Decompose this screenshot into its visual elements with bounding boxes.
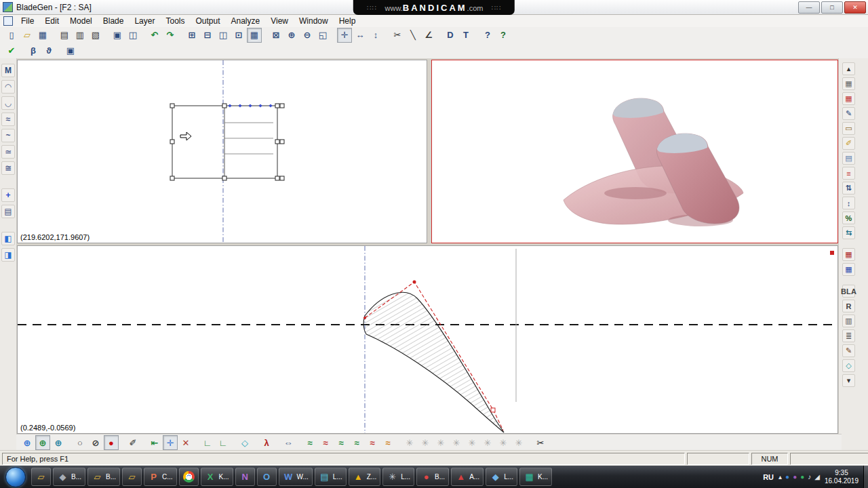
circle-view-icon[interactable]: ○ (73, 435, 87, 450)
clock[interactable]: 9:35 16.04.2019 (825, 469, 859, 485)
menu-item[interactable]: Model (64, 15, 98, 27)
accept-icon[interactable]: ✔ (4, 43, 19, 58)
camber-curve-icon[interactable]: ◡ (1, 96, 15, 110)
menu-item[interactable]: Blade (98, 15, 130, 27)
z-updown-icon[interactable]: ⇅ (842, 182, 855, 195)
curve-edit-icon[interactable]: ≈ (334, 435, 349, 450)
tangent-right-icon[interactable]: ∟ (216, 435, 231, 450)
edit-points-icon[interactable]: ✕ (178, 435, 193, 450)
curve-edit-icon[interactable]: ≈ (302, 435, 317, 450)
model-tree-icon[interactable]: M (1, 64, 15, 77)
edit-pencil-icon[interactable]: ✎ (842, 107, 855, 120)
report-grid-icon[interactable]: ▥ (842, 314, 855, 327)
curve-edit-icon[interactable]: ≈ (380, 435, 395, 450)
layer-list-icon[interactable]: ▤ (1, 205, 15, 218)
taskbar-excel[interactable]: X K... (201, 468, 233, 486)
cut-section-icon[interactable]: ✂ (390, 28, 405, 43)
disabled-tool-icon[interactable]: ✳ (480, 435, 495, 450)
calculator-red-icon[interactable]: ▦ (842, 248, 855, 261)
blade-label-icon[interactable]: BLA (842, 285, 855, 298)
pen-icon[interactable]: ✎ (842, 344, 855, 357)
taskbar-editor[interactable]: ▤ L... (315, 468, 347, 486)
minimize-button[interactable]: — (798, 1, 820, 14)
show-desktop-button[interactable] (863, 466, 868, 488)
kite-icon[interactable]: ◇ (237, 435, 252, 450)
start-button[interactable] (5, 467, 26, 487)
curve-edit-icon[interactable]: ≈ (349, 435, 364, 450)
cut-profile-icon[interactable]: ✂ (533, 435, 548, 450)
orbit-view-teal-icon[interactable]: ⊕ (51, 435, 66, 450)
taskbar-aimp[interactable]: ▲ Z... (349, 468, 380, 486)
menu-item[interactable]: File (16, 15, 39, 27)
curve-edit-icon[interactable]: ≈ (365, 435, 380, 450)
split-quad-icon[interactable]: ⊞ (184, 28, 199, 43)
palette-icon[interactable]: ▦ (842, 92, 855, 105)
split-horizontal-icon[interactable]: ⊟ (200, 28, 215, 43)
tray-up-arrow-icon[interactable]: ▴ (778, 473, 782, 481)
maximize-button[interactable]: □ (821, 1, 843, 14)
zoom-in-icon[interactable]: ⊕ (284, 28, 299, 43)
taskbar-bladegen[interactable]: ◆ L... (486, 468, 517, 486)
blade-3d-view-pane[interactable] (431, 60, 838, 243)
zoom-window-icon[interactable]: ◱ (315, 28, 330, 43)
angle-curve-icon[interactable]: ~ (1, 129, 15, 142)
line-tool-icon[interactable]: ╲ (406, 28, 420, 43)
copy-icon[interactable]: ▣ (110, 28, 125, 43)
tangent-left-icon[interactable]: ∟ (200, 435, 215, 450)
help-select-icon[interactable]: ? (480, 28, 495, 43)
taskbar-word[interactable]: W W... (279, 468, 313, 486)
tray-app-purple-icon[interactable]: ● (793, 473, 797, 481)
taskbar-misc[interactable]: ▦ K... (519, 468, 552, 486)
theta-definition-icon[interactable]: ϑ (41, 43, 56, 58)
taskbar-bandicam[interactable]: ● B... (416, 468, 449, 486)
text-output-icon[interactable]: T (458, 28, 473, 43)
orbit-view-green-icon[interactable]: ⊕ (35, 435, 50, 450)
tray-app-blue-icon[interactable]: ● (785, 473, 789, 481)
data-output-icon[interactable]: D (443, 28, 458, 43)
jump-start-icon[interactable]: ⇤ (147, 435, 162, 450)
print-icon[interactable]: ▤ (57, 28, 72, 43)
curve-edit-icon[interactable]: ≈ (318, 435, 333, 450)
swap-icon[interactable]: ⇆ (842, 226, 855, 239)
blade-profile-pane[interactable]: (0.2489,-0.0569) (17, 245, 838, 434)
diamond-icon[interactable]: ◇ (842, 359, 855, 372)
add-layer-icon[interactable]: + (1, 188, 15, 202)
mesh-icon[interactable]: ▤ (842, 152, 855, 165)
angle-tool-icon[interactable]: ∠ (421, 28, 436, 43)
orbit-view-icon[interactable]: ⊕ (20, 435, 35, 450)
page-setup-icon[interactable]: ▧ (88, 28, 103, 43)
beta-definition-icon[interactable]: β (26, 43, 41, 58)
disabled-tool-icon[interactable]: ✳ (402, 435, 417, 450)
z-range-icon[interactable]: ↕ (842, 197, 855, 209)
menu-item[interactable]: Output (190, 15, 225, 27)
taskbar-chrome[interactable]: ● (179, 468, 199, 486)
scroll-down-icon[interactable]: ▾ (842, 374, 855, 387)
wave-curve-icon[interactable]: ≅ (1, 161, 15, 175)
disabled-tool-icon[interactable]: ✳ (433, 435, 448, 450)
export-view-icon[interactable]: ◨ (1, 248, 15, 262)
stretch-horizontal-icon[interactable]: ↔ (353, 28, 368, 43)
draw-pen-icon[interactable]: ✐ (125, 435, 140, 450)
menu-item[interactable]: Analyze (226, 15, 266, 27)
help-icon[interactable]: ? (496, 28, 511, 43)
taskbar-folder-2[interactable]: ▱ B... (87, 468, 120, 486)
open-file-icon[interactable]: ▱ (20, 28, 35, 43)
taskbar-folder-3[interactable]: ▱ (122, 468, 142, 486)
percent-icon[interactable]: % (842, 211, 855, 224)
taskbar-onenote[interactable]: N (235, 468, 255, 486)
taskbar-tools[interactable]: ✳ L... (382, 468, 414, 486)
menu-item[interactable]: Tools (160, 15, 190, 27)
pan-icon[interactable]: ✛ (337, 28, 352, 43)
disabled-tool-icon[interactable]: ✳ (465, 435, 479, 450)
disabled-tool-icon[interactable]: ✳ (449, 435, 464, 450)
tray-volume-icon[interactable]: ♪ (808, 473, 811, 481)
meridional-view-pane[interactable]: (219.6202,171.9607) (17, 60, 427, 243)
lambda-icon[interactable]: λ (259, 435, 274, 450)
thickness-curve-icon[interactable]: ≈ (1, 113, 15, 126)
active-point-icon[interactable]: ● (104, 435, 119, 450)
span-fit-icon[interactable]: ⇔ (281, 435, 296, 450)
taskbar-graphics[interactable]: ▲ A... (451, 468, 484, 486)
smooth-curve-icon[interactable]: ≃ (1, 145, 15, 159)
menu-item[interactable]: Help (334, 15, 361, 27)
save-icon[interactable]: ▦ (35, 28, 50, 43)
